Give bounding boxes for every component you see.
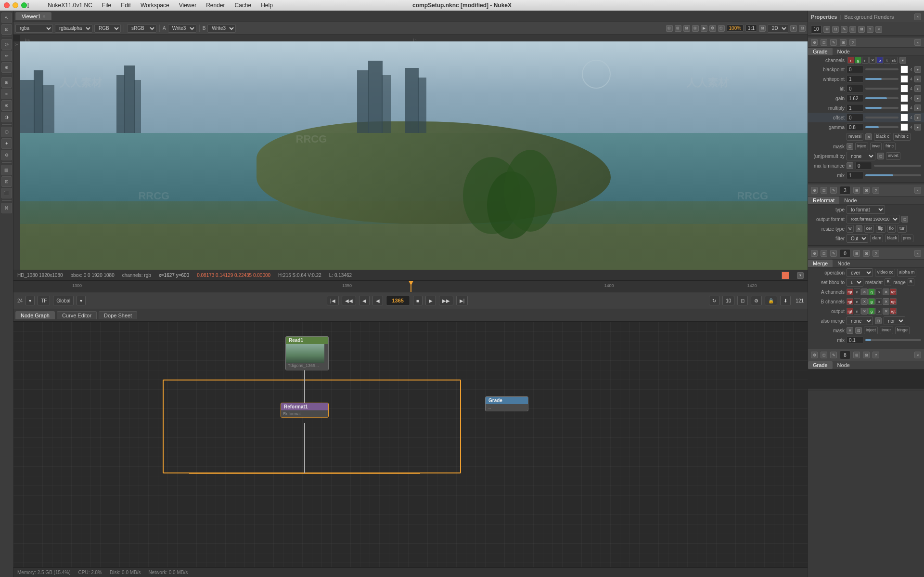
ch-n[interactable]: n <box>862 57 869 64</box>
right-panel-scroll[interactable]: ⚙ ⊡ ✎ ⊞ ? × Grade Node channels <box>808 36 924 577</box>
ref-close[interactable]: × <box>914 187 921 194</box>
menu-help[interactable]: Help <box>256 0 278 11</box>
also-merge-icon[interactable]: ⊡ <box>875 317 882 324</box>
tab-dope-sheet[interactable]: Dope Sheet <box>99 311 137 319</box>
ch-b[interactable]: b <box>876 57 883 64</box>
toolbar-color[interactable]: ◑ <box>1 112 12 122</box>
props-close[interactable]: × <box>914 13 921 20</box>
merge-mix-input[interactable] <box>847 336 863 344</box>
mrg-icon-5[interactable]: ⊠ <box>863 250 870 257</box>
b-ch-b[interactable]: b <box>875 298 882 305</box>
gr2-icon-5[interactable]: ⊠ <box>863 352 870 358</box>
gr2-icon-3[interactable]: ✎ <box>830 352 837 358</box>
node-graph-area[interactable]: Read1 Tdigons_1365... Reformat1 <box>13 322 808 567</box>
merge-invert-btn[interactable]: inver <box>880 327 893 334</box>
mrg-icon-3[interactable]: ✎ <box>830 250 837 257</box>
whitepoint-color[interactable] <box>900 75 908 83</box>
gain-arrow[interactable]: ▸ <box>914 95 921 102</box>
tab-grade2[interactable]: Grade <box>808 361 833 369</box>
ref-icon-1[interactable]: ⚙ <box>811 187 818 194</box>
toolbar-blur[interactable]: ≈ <box>1 89 12 99</box>
strip-icon-close[interactable]: × <box>875 26 882 33</box>
tab-grade-node[interactable]: Node <box>833 48 855 55</box>
a-ch-rgt2[interactable]: rgt <box>890 288 897 295</box>
ch-t[interactable]: t <box>884 57 890 64</box>
ref-icon-3[interactable]: ✎ <box>830 187 837 194</box>
b-ch-g[interactable]: g <box>868 298 875 305</box>
range-b-btn[interactable]: B <box>908 278 914 286</box>
tc-dropdown[interactable]: ▾ <box>77 296 86 305</box>
view-mode-select[interactable]: 2D3D <box>768 24 788 33</box>
grade-icon-5[interactable]: ? <box>849 39 856 46</box>
resize-x[interactable]: ✕ <box>856 225 862 232</box>
unpremult-icon[interactable]: ⊡ <box>877 153 884 159</box>
tc-fps-btn[interactable]: ▾ <box>26 296 35 305</box>
tc-step-num[interactable]: 10 <box>722 296 734 305</box>
set-bbox-select[interactable]: un <box>847 278 863 287</box>
mask-icon[interactable]: ⊡ <box>847 143 853 150</box>
filter-select[interactable]: Cut <box>847 234 868 243</box>
merge-mask-x[interactable]: ✕ <box>847 327 853 334</box>
viewer-icon-7[interactable]: ⊡ <box>718 25 725 32</box>
viewer-icon-6[interactable]: ⚙ <box>709 25 716 32</box>
out-g[interactable]: g <box>868 308 875 315</box>
gr2-close[interactable]: × <box>914 352 921 358</box>
b-ch-rgt2[interactable]: rgt <box>890 298 897 305</box>
viewer-icon-4[interactable]: ⊞ <box>692 25 699 32</box>
mrg-close[interactable]: × <box>914 250 921 257</box>
a-ch-n[interactable]: n <box>854 288 860 295</box>
blackpoint-color[interactable] <box>900 66 908 73</box>
strip-icon-5[interactable]: ⊠ <box>858 26 865 33</box>
also-merge-none2[interactable]: none <box>884 316 905 325</box>
tab-reformat-node[interactable]: Node <box>839 197 861 204</box>
grade-icon-4[interactable]: ⊞ <box>840 39 847 46</box>
strip-icon-4[interactable]: ⊞ <box>849 26 856 33</box>
gr2-icon-4[interactable]: ⊞ <box>853 352 860 358</box>
mrg-icon-4[interactable]: ⊞ <box>853 250 860 257</box>
ref-icon-2[interactable]: ⊡ <box>821 187 827 194</box>
reverse-x[interactable]: ✕ <box>865 133 872 140</box>
close-button[interactable] <box>4 2 10 8</box>
a-ch-x[interactable]: ✕ <box>861 288 868 295</box>
black-btn[interactable]: black <box>885 235 899 242</box>
unpremult-select[interactable]: none <box>847 152 875 160</box>
gamma-input[interactable] <box>847 123 863 131</box>
b-ch-x2[interactable]: ✕ <box>883 298 889 305</box>
lift-slider[interactable] <box>865 88 898 90</box>
write-a-select[interactable]: Write3Write2 <box>168 24 196 33</box>
out-n[interactable]: n <box>854 308 860 315</box>
viewer-settings[interactable]: ▾ <box>790 25 797 32</box>
channel-select[interactable]: rgbargba.alphargb <box>15 24 53 33</box>
tc-step-fwd[interactable]: ▶▶ <box>439 296 453 305</box>
toolbar-clone[interactable]: ⊕ <box>1 62 12 73</box>
menu-workspace[interactable]: Workspace <box>136 0 174 11</box>
strip-icon-2[interactable]: ⊡ <box>832 26 839 33</box>
tab-reformat[interactable]: Reformat <box>808 197 839 204</box>
tab-merge-node[interactable]: Node <box>833 260 855 267</box>
invert2-btn[interactable]: invert <box>886 152 900 160</box>
offset-color[interactable] <box>900 114 908 121</box>
viewer-icon-8[interactable]: ⊠ <box>759 25 766 32</box>
a-ch-x2[interactable]: ✕ <box>883 288 889 295</box>
tc-global-btn[interactable]: Global <box>53 296 74 305</box>
viewer-icon-2[interactable]: ⊞ <box>675 25 681 32</box>
tc-play-back[interactable]: ◀ <box>359 296 370 305</box>
grade-icon-2[interactable]: ⊡ <box>821 39 827 46</box>
tab-node-graph[interactable]: Node Graph <box>15 311 55 319</box>
strip-icon-1[interactable]: ⚙ <box>823 26 830 33</box>
blackpoint-slider[interactable] <box>865 68 898 70</box>
viewer-icon-1[interactable]: ⊟ <box>666 25 673 32</box>
ch-dropdown[interactable]: ▾ <box>899 57 906 64</box>
tc-play-fwd[interactable]: ▶ <box>425 296 436 305</box>
toolbar-scripts[interactable]: ⌘ <box>1 203 12 213</box>
viewer-icon-3[interactable]: ⊠ <box>683 25 690 32</box>
grade-icon-1[interactable]: ⚙ <box>811 39 818 46</box>
ref-icon-4[interactable]: ⊞ <box>853 187 860 194</box>
viewer-canvas[interactable]: 人人素材 RRCG RRCG 人人素材 RRCG <box>20 41 808 270</box>
gamma-slider[interactable] <box>865 126 898 128</box>
tc-go-start[interactable]: |◀ <box>327 296 339 305</box>
timeline-ruler[interactable]: 1300 1350 1400 1420 <box>13 281 808 292</box>
merge-mix-slider[interactable] <box>865 339 921 341</box>
tab-merge[interactable]: Merge <box>808 260 833 267</box>
a-ch-g[interactable]: g <box>868 288 875 295</box>
